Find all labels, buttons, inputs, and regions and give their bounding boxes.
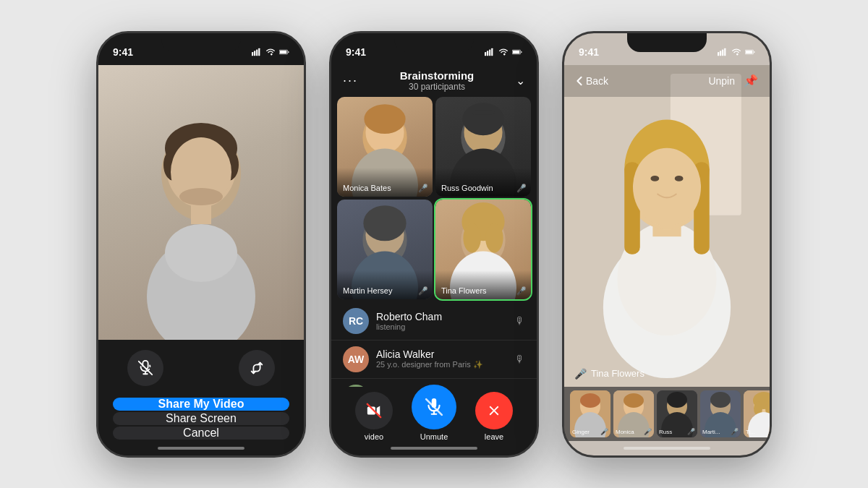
thumb-name-martin: Marti... [702,429,720,435]
signal-icon-3 [718,47,728,57]
thumb-russ[interactable]: Russ 🎤 [657,390,697,437]
wifi-icon-2 [498,47,509,57]
share-video-button[interactable]: Share My Video [113,398,289,411]
chevron-down-icon[interactable]: ⌄ [516,74,525,87]
svg-rect-0 [252,52,253,56]
avatar-roberto: RC [343,308,369,334]
tina-main-video [564,65,770,387]
flip-camera-button[interactable] [239,350,275,386]
participant-info-alicia: Alicia Walker 25 y.o. designer from Pari… [376,348,508,369]
leave-button[interactable] [475,392,513,429]
video-tile-monica[interactable]: Monica Bates 🎤 [337,97,433,197]
thumb-name-russ: Russ [659,429,672,435]
phone-2: 9:41 ··· Brainstorming 30 participants ⌄ [329,31,539,458]
meeting-header: ··· Brainstorming 30 participants ⌄ [331,65,537,97]
svg-rect-2 [256,49,258,56]
svg-rect-21 [487,51,488,56]
icon-row [113,350,289,386]
pin-icon[interactable]: 📌 [744,74,758,87]
participant-roberto[interactable]: RC Roberto Cham listening 🎙 [331,302,537,341]
leave-icon [486,403,502,419]
svg-rect-6 [280,51,287,53]
svg-point-16 [179,188,223,205]
call-controls: video Unmute [331,385,537,441]
more-options-button[interactable]: ··· [343,73,358,88]
thumb-mic-ginger: 🎤 [600,428,608,435]
back-button[interactable]: Back [576,75,608,87]
meeting-title: Brainstorming [400,69,475,82]
svg-point-43 [463,223,481,252]
thumb-ginger[interactable]: Ginger 🎤 [570,390,610,437]
tile-mic-tina: 🎤 [516,286,527,296]
participant-alicia[interactable]: AW Alicia Walker 25 y.o. designer from P… [331,341,537,379]
notch-1 [161,33,241,52]
svg-point-14 [165,224,237,282]
svg-rect-52 [718,52,719,56]
video-tile-martin[interactable]: Martin Hersey 🎤 [337,200,433,299]
svg-rect-55 [724,48,726,56]
svg-point-77 [624,393,644,408]
thumb-monica[interactable]: Monica 🎤 [613,390,654,437]
video-off-icon [366,403,382,419]
tile-name-russ: Russ Goodwin [441,184,493,192]
tile-name-monica: Monica Bates [343,184,391,192]
person-silhouette [129,108,273,340]
tile-mic-monica: 🎤 [418,184,428,193]
avatar-alicia: AW [343,346,369,372]
phone2-screen: 9:41 ··· Brainstorming 30 participants ⌄ [331,33,537,455]
home-indicator-3 [624,447,710,450]
camera-preview [98,65,304,340]
leave-label: leave [485,432,503,441]
speaker-name: Tina Flowers [591,368,644,379]
home-indicator-1 [158,447,244,450]
svg-rect-58 [746,51,753,53]
status-icons-1 [252,47,289,57]
video-tile-tina[interactable]: Tina Flowers 🎤 [435,200,531,299]
phone3-header: Back Unpin 📌 [564,65,770,97]
svg-point-68 [633,147,701,226]
wifi-icon-3 [731,47,741,57]
video-toggle-button[interactable] [355,392,393,429]
svg-rect-57 [754,51,754,52]
svg-point-33 [462,103,503,135]
unmute-button[interactable] [412,385,456,429]
cancel-button[interactable]: Cancel [113,427,289,440]
thumb-tina[interactable]: Ti... 🎤 [744,390,772,437]
svg-rect-25 [521,51,522,52]
signal-icon-2 [485,47,495,57]
svg-rect-26 [513,51,520,53]
chevron-left-icon [576,76,583,86]
svg-point-29 [364,104,405,134]
video-action[interactable]: video [355,392,393,441]
back-label: Back [586,75,608,87]
time-1: 9:41 [113,46,133,58]
bottom-controls-1: Share My Video Share Screen Cancel [98,340,304,455]
phone-3: 9:41 Back Unpin 📌 [562,31,772,458]
flip-camera-icon [249,360,265,376]
home-indicator-2 [391,447,477,450]
mic-button[interactable] [127,350,163,386]
thumbnail-strip: Ginger 🎤 Monica 🎤 [564,387,770,441]
svg-rect-15 [191,202,211,224]
video-grid: Monica Bates 🎤 Russ Goodwin 🎤 [337,97,531,299]
mic-icon-alicia: 🎙 [515,354,525,365]
svg-point-85 [710,392,731,408]
notch-2 [394,33,474,52]
phone1-screen: 9:41 [98,33,304,455]
unpin-button[interactable]: Unpin [708,75,735,87]
share-screen-button[interactable]: Share Screen [113,412,289,425]
svg-rect-20 [485,52,486,56]
thumb-name-monica: Monica [616,429,634,435]
tile-name-martin: Martin Hersey [343,286,392,295]
video-tile-russ[interactable]: Russ Goodwin 🎤 [435,97,531,197]
svg-rect-22 [489,49,490,56]
tile-mic-martin: 🎤 [418,286,428,296]
svg-rect-5 [288,51,289,52]
unmute-action[interactable]: Unmute [412,385,456,441]
mic-off-icon [137,360,153,376]
thumb-martin[interactable]: Marti... 🎤 [700,390,741,437]
mic-overlay-icon: 🎤 [574,368,587,380]
time-3: 9:41 [579,46,599,58]
phone3-screen: 9:41 Back Unpin 📌 [564,33,770,455]
leave-action[interactable]: leave [475,392,513,441]
